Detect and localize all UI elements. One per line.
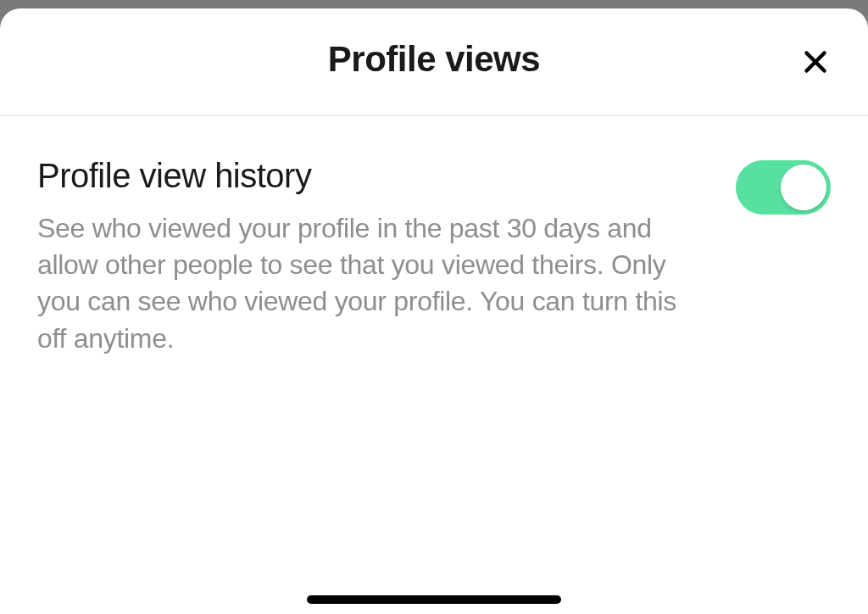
setting-text-block: Profile view history See who viewed your…	[37, 157, 710, 357]
setting-title: Profile view history	[37, 157, 710, 195]
close-button[interactable]	[793, 40, 837, 84]
toggle-knob	[781, 165, 826, 210]
profile-views-modal: Profile views Profile view history See w…	[0, 8, 868, 614]
setting-description: See who viewed your profile in the past …	[37, 210, 710, 357]
modal-header: Profile views	[0, 8, 868, 116]
close-icon	[800, 47, 831, 77]
setting-row-profile-view-history: Profile view history See who viewed your…	[37, 157, 831, 357]
modal-title: Profile views	[328, 39, 540, 80]
modal-content: Profile view history See who viewed your…	[0, 116, 868, 614]
profile-view-history-toggle[interactable]	[736, 160, 831, 215]
home-indicator[interactable]	[307, 595, 561, 604]
